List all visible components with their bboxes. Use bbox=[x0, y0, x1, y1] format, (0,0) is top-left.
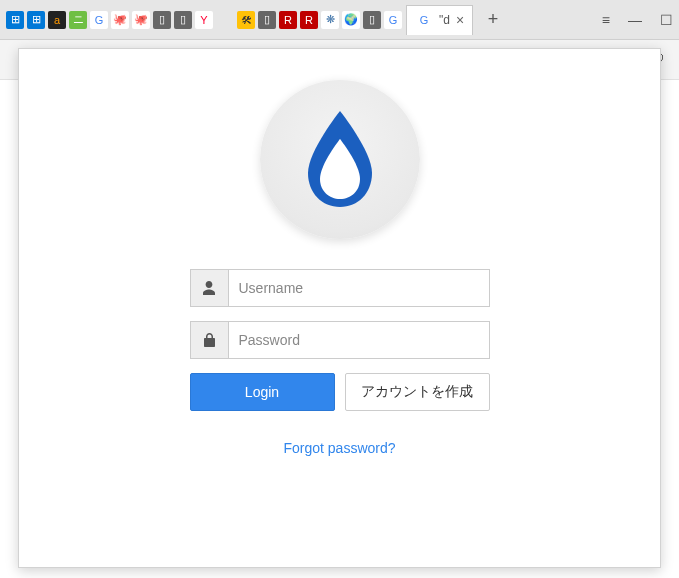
toolbar-menu-icon[interactable]: ≡ bbox=[602, 12, 610, 28]
africa-icon[interactable]: 🌍 bbox=[342, 11, 360, 29]
microsoft-tiles-icon[interactable]: ⊞ bbox=[6, 11, 24, 29]
yahoo-icon[interactable]: Y bbox=[195, 11, 213, 29]
microsoft-tiles-icon-2[interactable]: ⊞ bbox=[27, 11, 45, 29]
amazon-icon[interactable]: a bbox=[48, 11, 66, 29]
close-tab-icon[interactable]: × bbox=[456, 12, 464, 28]
active-tab[interactable]: G "d × bbox=[406, 5, 473, 35]
octopus-icon[interactable]: 🐙 bbox=[111, 11, 129, 29]
doc-icon-3[interactable]: ▯ bbox=[258, 11, 276, 29]
google-icon[interactable]: G bbox=[90, 11, 108, 29]
google-icon-2[interactable]: G bbox=[384, 11, 402, 29]
doc-icon[interactable]: ▯ bbox=[153, 11, 171, 29]
username-group bbox=[190, 269, 490, 307]
maximize-icon[interactable]: ☐ bbox=[660, 12, 673, 28]
drop-logo-icon bbox=[300, 109, 380, 209]
blank-tab[interactable] bbox=[216, 11, 234, 29]
new-tab-button[interactable]: + bbox=[481, 8, 505, 32]
forgot-password-container: Forgot password? bbox=[190, 439, 490, 457]
user-icon bbox=[190, 269, 228, 307]
logo-container bbox=[19, 49, 660, 269]
nitori-icon[interactable]: ニ bbox=[69, 11, 87, 29]
password-group bbox=[190, 321, 490, 359]
forgot-password-link[interactable]: Forgot password? bbox=[283, 440, 395, 456]
construction-icon[interactable]: 🛠 bbox=[237, 11, 255, 29]
login-button[interactable]: Login bbox=[190, 373, 335, 411]
doc-icon-2[interactable]: ▯ bbox=[174, 11, 192, 29]
login-form: Login アカウントを作成 Forgot password? bbox=[190, 269, 490, 457]
password-input[interactable] bbox=[228, 321, 490, 359]
rakuten-icon-2[interactable]: R bbox=[300, 11, 318, 29]
create-account-button[interactable]: アカウントを作成 bbox=[345, 373, 490, 411]
username-input[interactable] bbox=[228, 269, 490, 307]
minimize-icon[interactable]: — bbox=[628, 12, 642, 28]
active-tab-title: "d bbox=[439, 13, 450, 27]
rakuten-icon[interactable]: R bbox=[279, 11, 297, 29]
firework-icon[interactable]: ❋ bbox=[321, 11, 339, 29]
tab-favicon-row: ⊞⊞aニG🐙🐙▯▯Y🛠▯RR❋🌍▯G bbox=[6, 11, 402, 29]
octopus-icon-2[interactable]: 🐙 bbox=[132, 11, 150, 29]
button-row: Login アカウントを作成 bbox=[190, 373, 490, 411]
doc-icon-4[interactable]: ▯ bbox=[363, 11, 381, 29]
app-logo bbox=[260, 79, 420, 239]
window-controls: ≡ — ☐ bbox=[602, 12, 673, 28]
browser-tab-strip: ⊞⊞aニG🐙🐙▯▯Y🛠▯RR❋🌍▯G G "d × + ≡ — ☐ bbox=[0, 0, 679, 40]
google-icon: G bbox=[415, 11, 433, 29]
login-popup: Login アカウントを作成 Forgot password? bbox=[18, 48, 661, 568]
lock-icon bbox=[190, 321, 228, 359]
